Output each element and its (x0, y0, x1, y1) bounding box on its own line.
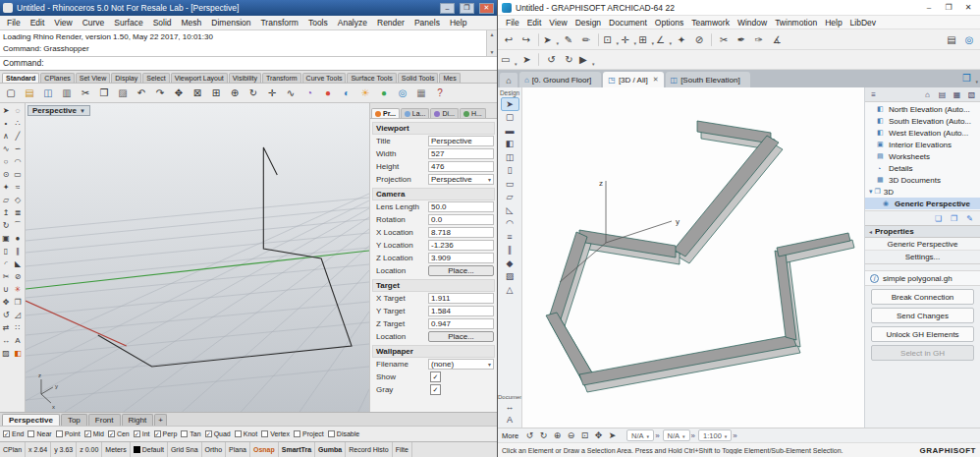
marquee-tool-icon[interactable]: ▢ (501, 111, 519, 125)
pencil-remove-icon[interactable]: ✏ (578, 31, 594, 47)
perspective-viewport[interactable]: Perspective ▼ (26, 103, 369, 412)
menu-item[interactable]: Edit (523, 18, 546, 28)
osnap-toggle[interactable]: Int (134, 430, 150, 437)
nav-worksheets[interactable]: ▤ Worksheets (865, 150, 980, 162)
toolbar-tab[interactable]: CPlanes (40, 73, 74, 83)
layers-tab[interactable]: La... (401, 108, 430, 118)
scale-icon[interactable]: ◿ (12, 309, 24, 321)
break-connection-button[interactable]: Break Connection (871, 289, 974, 305)
view-option-dropdown[interactable]: N/A (663, 429, 690, 441)
grid-snap-icon[interactable]: ⊞ (638, 31, 654, 47)
nav-generic-perspective[interactable]: ◉ Generic Perspective (865, 198, 980, 209)
column-tool-icon[interactable]: ▯ (501, 164, 519, 178)
menu-item[interactable]: Options (651, 18, 687, 28)
globe-icon[interactable]: ◎ (394, 85, 411, 101)
property-value[interactable]: 0.0 (428, 214, 494, 225)
viewport-tab[interactable]: Top (61, 414, 87, 426)
menu-item[interactable]: View (545, 18, 571, 28)
pan-icon[interactable]: ✥ (592, 429, 605, 442)
clone-folder-icon[interactable]: ❐ (948, 212, 960, 224)
menu-item[interactable]: Teamwork (687, 18, 734, 28)
nav-interior-elevations[interactable]: ▣ Interior Elevations (865, 139, 980, 150)
command-input[interactable]: Command: (0, 57, 497, 71)
arrow-mode-icon[interactable]: ➤ (518, 52, 534, 68)
slab-tool-icon[interactable]: ▱ (501, 191, 519, 204)
viewport-tab[interactable]: Right (122, 414, 154, 426)
osnap-toggle[interactable]: Quad (205, 430, 231, 437)
polygon-icon[interactable]: ✦ (0, 181, 12, 194)
hatch-icon[interactable]: ▨ (0, 347, 12, 360)
door-tool-icon[interactable]: ◧ (501, 138, 519, 151)
back-icon[interactable]: ↩ (501, 31, 517, 47)
roof-tool-icon[interactable]: ◺ (501, 203, 519, 217)
help-icon[interactable]: ? (431, 85, 449, 101)
undo-icon[interactable]: ↶ (133, 85, 150, 101)
menu-item[interactable]: Panels (409, 17, 445, 29)
move-icon[interactable]: ✛ (263, 85, 281, 101)
menu-item[interactable]: Edit (26, 17, 50, 29)
toolbar-tab[interactable]: Viewport Layout (171, 73, 228, 83)
filter-pane[interactable]: Filte (393, 442, 412, 457)
chamfer-icon[interactable]: ◣ (12, 257, 24, 270)
redo-icon[interactable]: ↷ (151, 85, 169, 101)
grasshopper-polyline[interactable] (98, 147, 352, 367)
minimize-button[interactable]: – (440, 3, 455, 14)
forward-icon[interactable]: ↪ (518, 31, 534, 47)
toolbar-icon[interactable] (598, 33, 599, 46)
toolbar-tab[interactable]: Set View (76, 73, 111, 83)
scissors-icon[interactable]: ✂ (716, 31, 732, 47)
scroll-up-icon[interactable]: ▲ (490, 31, 495, 37)
osnap-toggle[interactable]: Knot (235, 430, 257, 437)
walk-mode-icon[interactable]: ➤ (606, 429, 619, 442)
display-tab[interactable]: Di... (430, 108, 458, 118)
osnap-toggle[interactable]: Disable (328, 430, 359, 437)
text-icon[interactable]: A (12, 334, 24, 347)
smarttrack-toggle[interactable]: SmartTra (279, 442, 315, 457)
layout-book-icon[interactable]: ▦ (951, 88, 963, 100)
property-value[interactable]: Place... (428, 265, 494, 276)
home-tab-icon[interactable]: ⌂ (500, 73, 517, 87)
property-value[interactable]: 0.947 (428, 318, 494, 329)
settings-button[interactable]: Settings... (865, 251, 980, 264)
toolbar-icon[interactable] (711, 33, 712, 46)
tab-ground-floor[interactable]: ⌂ [0. Ground Floor] (519, 72, 601, 87)
property-value[interactable]: 1.584 (428, 306, 494, 316)
selection-mode-icon[interactable]: ⊡ (603, 31, 619, 47)
zoom-window-icon[interactable]: ⊞ (207, 85, 225, 101)
osnap-toggle[interactable]: Perp (154, 430, 178, 437)
menu-item[interactable]: Mesh (177, 17, 207, 29)
analyze-icon[interactable]: ◔ (300, 85, 318, 101)
osnap-toggle[interactable]: End (3, 430, 24, 437)
rhino-viewport-canvas[interactable]: z y x (26, 103, 369, 412)
previous-view-icon[interactable]: ↺ (543, 52, 559, 68)
join-icon[interactable]: ∪ (0, 283, 12, 296)
property-value[interactable]: 8.718 (428, 227, 494, 238)
menu-item[interactable]: Help (445, 17, 471, 29)
point-icon[interactable]: • (0, 117, 12, 130)
help-tab[interactable]: H... (460, 108, 486, 118)
toolbar-tab[interactable]: Surface Tools (347, 73, 396, 83)
stair-tool-icon[interactable]: ≡ (501, 230, 519, 244)
marquee-mode-icon[interactable]: ▭ (501, 52, 517, 68)
rebuild-icon[interactable]: ↻ (561, 52, 576, 68)
wall-tool-icon[interactable]: ▬ (501, 124, 519, 138)
paint-icon[interactable]: ◧ (12, 347, 24, 360)
property-value[interactable]: 50.0 (428, 201, 494, 212)
toolbar-tab[interactable]: Transform (262, 73, 301, 83)
zone-tool-icon[interactable]: ▨ (501, 270, 519, 284)
close-button[interactable]: ✕ (479, 3, 494, 14)
nav-west-elevation[interactable]: ◧ West Elevation (Auto... (865, 127, 980, 139)
toolbar-tab[interactable]: Mes (439, 73, 460, 83)
unlock-gh-elements-button[interactable]: Unlock GH Elements (871, 326, 974, 342)
cplane-pane[interactable]: CPlan (0, 442, 26, 457)
property-value[interactable]: 476 (428, 161, 494, 172)
nav-details[interactable]: ◔ Details (865, 162, 980, 174)
close-button[interactable]: ✕ (960, 3, 976, 12)
maximize-button[interactable]: ❐ (941, 3, 956, 12)
move-icon[interactable]: ✥ (0, 296, 12, 309)
osnap-toggle[interactable]: Mid (84, 430, 104, 437)
zoom-out-icon[interactable]: ⊖ (565, 429, 577, 442)
dimension-tool-icon[interactable]: ↔ (501, 400, 519, 414)
property-value[interactable]: 527 (428, 148, 494, 159)
copy-icon[interactable]: ❐ (95, 85, 113, 101)
